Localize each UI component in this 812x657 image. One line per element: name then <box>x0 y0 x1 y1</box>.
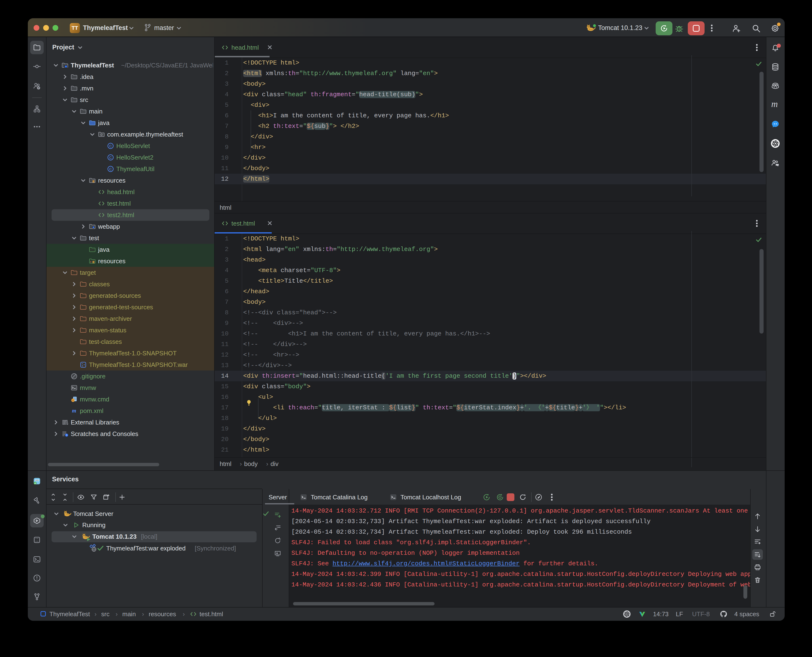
svg-text:C: C <box>109 156 112 160</box>
svg-text:m: m <box>72 408 76 414</box>
svg-text:C: C <box>109 167 112 171</box>
svg-text:?: ? <box>38 86 39 89</box>
svg-text:C: C <box>109 144 112 148</box>
